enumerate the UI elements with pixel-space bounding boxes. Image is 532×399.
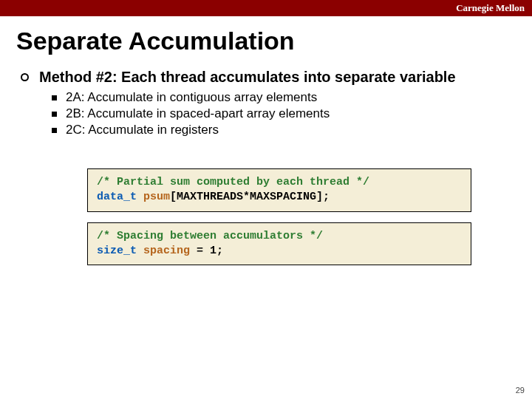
- code-comment: /* Spacing between accumulators */: [97, 230, 323, 242]
- content-area: Method #2: Each thread accumulates into …: [21, 69, 532, 265]
- code-block-1: /* Partial sum computed by each thread *…: [87, 168, 471, 212]
- main-bullet-text: Method #2: Each thread accumulates into …: [39, 69, 456, 86]
- list-item: 2B: Accumulate in spaced-apart array ele…: [52, 106, 532, 121]
- slide-title: Separate Accumulation: [16, 27, 532, 55]
- list-item: 2C: Accumulate in registers: [52, 123, 532, 137]
- square-bullet-icon: [52, 112, 57, 117]
- sub-bullet-text: 2B: Accumulate in spaced-apart array ele…: [66, 106, 330, 121]
- page-number: 29: [516, 386, 525, 395]
- sub-bullet-text: 2A: Accumulate in contiguous array eleme…: [66, 90, 317, 105]
- sub-list: 2A: Accumulate in contiguous array eleme…: [52, 90, 532, 137]
- code-type: size_t: [97, 245, 137, 257]
- code-type: data_t: [97, 191, 137, 203]
- list-item: 2A: Accumulate in contiguous array eleme…: [52, 90, 532, 105]
- code-area: /* Partial sum computed by each thread *…: [87, 168, 471, 265]
- square-bullet-icon: [52, 95, 57, 100]
- sub-bullet-text: 2C: Accumulate in registers: [66, 123, 219, 137]
- square-bullet-icon: [52, 128, 57, 133]
- main-bullet: Method #2: Each thread accumulates into …: [21, 69, 532, 86]
- code-var: spacing: [143, 245, 190, 257]
- code-rest: [MAXTHREADS*MAXSPACING];: [170, 191, 330, 203]
- header-bar: Carnegie Mellon: [0, 0, 532, 16]
- code-rest: = 1;: [190, 245, 223, 257]
- hollow-circle-icon: [21, 73, 29, 81]
- code-var: psum: [143, 191, 170, 203]
- code-comment: /* Partial sum computed by each thread *…: [97, 176, 369, 188]
- brand-label: Carnegie Mellon: [456, 2, 525, 14]
- code-block-2: /* Spacing between accumulators */ size_…: [87, 222, 471, 266]
